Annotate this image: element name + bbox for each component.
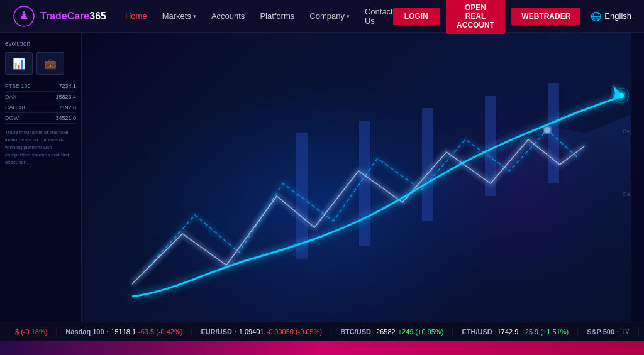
ticker-change: $ (-0.18%) xyxy=(15,328,47,336)
briefcase-widget-icon[interactable]: 💼 xyxy=(36,52,64,75)
ticker-name: BTC/USD xyxy=(340,328,371,336)
mini-table: FTSE 100 7234.1 DAX 15823.4 CAC 40 7192.… xyxy=(5,81,76,124)
table-row: DOW 34521.0 xyxy=(5,113,76,124)
svg-text:Re...: Re... xyxy=(623,128,631,134)
nav-company[interactable]: Company ▾ xyxy=(309,11,350,21)
nav-contact[interactable]: Contact Us xyxy=(365,7,393,26)
ticker-change: +25.9 (+1.51%) xyxy=(521,328,569,336)
nav-actions: LOGIN OPEN REAL ACCOUNT WEBTRADER 🌐 Engl… xyxy=(393,0,631,34)
markets-arrow-icon: ▾ xyxy=(193,13,196,19)
webtrader-button[interactable]: WEBTRADER xyxy=(511,8,580,25)
left-panel: evolution 📊 💼 FTSE 100 7234.1 DAX 15823.… xyxy=(0,33,82,322)
logo[interactable]: ♟ TradeCare365 xyxy=(13,5,106,28)
svg-point-11 xyxy=(544,127,550,133)
ticker-price: 1.09401 xyxy=(239,328,264,336)
panel-title: evolution xyxy=(5,40,76,47)
ticker-change: -63.5 (-0.42%) xyxy=(138,328,182,336)
ticker-change: +249 (+0.95%) xyxy=(398,328,444,336)
table-row: CAC 40 7192.8 xyxy=(5,102,76,113)
ticker-bar: $ (-0.18%) Nasdaq 100 • 15118.1 -63.5 (-… xyxy=(0,322,644,341)
ticker-change: -0.00050 (-0.05%) xyxy=(267,328,323,336)
ticker-dot: • xyxy=(107,329,109,334)
ticker-item-eurusd: EUR/USD • 1.09401 -0.00050 (-0.05%) xyxy=(192,328,331,336)
nav-platforms[interactable]: Platforms xyxy=(260,11,294,21)
svg-point-9 xyxy=(619,93,624,98)
ticker-tradingview: TV xyxy=(621,328,630,335)
ticker-name: EUR/USD xyxy=(201,328,232,336)
ticker-item-btcusd: BTC/USD 26582 +249 (+0.95%) xyxy=(331,328,453,336)
ticker-name: S&P 500 xyxy=(587,328,614,336)
logo-text: TradeCare365 xyxy=(40,11,106,22)
table-row: FTSE 100 7234.1 xyxy=(5,81,76,92)
right-panel xyxy=(631,33,644,322)
navbar: ♟ TradeCare365 Home Markets ▾ Accounts P… xyxy=(0,0,644,33)
ticker-item-ethusd: ETH/USD 1742.9 +25.9 (+1.51%) xyxy=(453,328,578,336)
logo-icon: ♟ xyxy=(13,5,35,28)
panel-widgets: 📊 💼 xyxy=(5,52,76,75)
language-selector[interactable]: 🌐 English xyxy=(591,11,631,21)
ticker-dot: • xyxy=(617,329,619,334)
hero-section: evolution 📊 💼 FTSE 100 7234.1 DAX 15823.… xyxy=(0,33,644,322)
svg-text:Ca...: Ca... xyxy=(623,191,631,197)
ticker-price: 26582 xyxy=(376,328,396,336)
open-account-button[interactable]: OPEN REAL ACCOUNT xyxy=(446,0,506,34)
nav-accounts[interactable]: Accounts xyxy=(211,11,245,21)
company-arrow-icon: ▾ xyxy=(347,13,350,19)
ticker-dot: • xyxy=(235,329,236,334)
chart-area: Re... Ca... xyxy=(82,33,631,322)
chart-widget-icon[interactable]: 📊 xyxy=(5,52,33,75)
nav-home[interactable]: Home xyxy=(125,11,147,21)
ticker-price: 1742.9 xyxy=(497,328,519,336)
ticker-name: ETH/USD xyxy=(462,328,492,336)
panel-description: Trade thousands of financial instruments… xyxy=(5,129,76,167)
bottom-gradient-bar xyxy=(0,341,644,355)
ticker-price: 15118.1 xyxy=(111,328,136,336)
ticker-name: Nasdaq 100 xyxy=(65,328,104,336)
login-button[interactable]: LOGIN xyxy=(393,8,440,25)
table-row: DAX 15823.4 xyxy=(5,92,76,102)
nav-markets[interactable]: Markets ▾ xyxy=(162,11,196,21)
trading-chart: Re... Ca... xyxy=(82,33,631,322)
ticker-item-sp500-prefix: $ (-0.18%) xyxy=(6,328,57,336)
svg-text:♟: ♟ xyxy=(19,9,29,22)
globe-icon: 🌐 xyxy=(591,11,601,21)
nav-links: Home Markets ▾ Accounts Platforms Compan… xyxy=(125,7,393,26)
language-label: English xyxy=(604,11,631,21)
ticker-item-sp500: S&P 500 • TV xyxy=(578,328,638,336)
ticker-item-nasdaq: Nasdaq 100 • 15118.1 -63.5 (-0.42%) xyxy=(57,328,192,336)
